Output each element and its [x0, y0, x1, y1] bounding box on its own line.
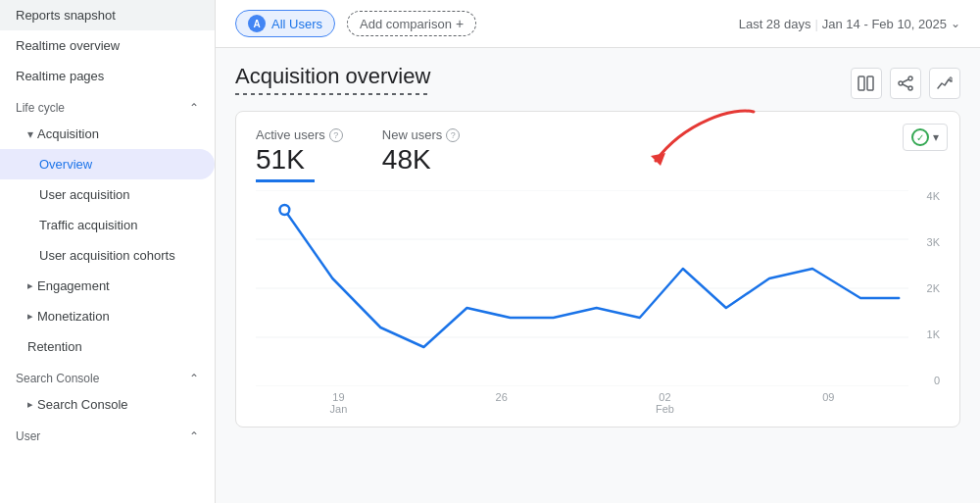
active-users-info-icon[interactable]: ?	[329, 128, 343, 142]
x-label-09: 09	[822, 391, 834, 415]
bullet-icon: ▾	[27, 127, 33, 141]
sidebar-item-realtime-overview[interactable]: Realtime overview	[0, 30, 215, 61]
chevron-up-icon: ⌃	[189, 372, 199, 385]
sidebar-item-traffic-acquisition[interactable]: Traffic acquisition	[0, 210, 215, 240]
toolbar-icons	[851, 68, 960, 99]
x-label-date: 09	[822, 391, 834, 403]
sidebar-item-overview[interactable]: Overview	[0, 149, 215, 179]
y-label-3k: 3K	[912, 236, 940, 248]
columns-icon	[858, 75, 875, 92]
sidebar-item-label: Realtime pages	[16, 69, 104, 83]
x-label-19-jan: 19 Jan	[330, 391, 348, 415]
svg-point-4	[908, 86, 912, 90]
chevron-up-icon: ⌃	[189, 429, 199, 443]
date-range-dates: Jan 14 - Feb 10, 2025	[822, 17, 947, 31]
section-title: Life cycle	[16, 101, 65, 115]
add-comparison-label: Add comparison	[360, 17, 452, 31]
x-label-02-feb: 02 Feb	[656, 391, 674, 415]
sidebar-item-acquisition[interactable]: ▾ Acquisition	[0, 119, 215, 149]
all-users-button[interactable]: A All Users	[235, 10, 335, 37]
sidebar-item-label: Monetization	[37, 309, 110, 324]
y-axis-labels: 4K 3K 2K 1K 0	[912, 190, 940, 386]
check-circle-icon: ✓	[911, 128, 929, 146]
section-title: Search Console	[16, 372, 99, 385]
x-label-month: Jan	[330, 403, 348, 415]
chart-metrics: Active users ? 51K New users ? 48K ✓	[256, 127, 940, 182]
main-content: A All Users Add comparison + Last 28 day…	[216, 0, 980, 503]
active-users-label: Active users	[256, 127, 325, 142]
sidebar-item-engagement[interactable]: ▸ Engagement	[0, 271, 215, 301]
svg-line-5	[903, 79, 908, 82]
svg-rect-0	[858, 76, 864, 90]
active-users-underline	[256, 179, 315, 182]
y-label-2k: 2K	[912, 282, 940, 294]
chevron-up-icon: ⌃	[189, 101, 199, 115]
x-label-date: 02	[659, 391, 670, 403]
sidebar-item-search-console[interactable]: ▸ Search Console	[0, 389, 215, 420]
y-label-0: 0	[912, 375, 940, 386]
all-users-label: All Users	[271, 17, 322, 31]
sidebar-item-retention[interactable]: Retention	[0, 331, 215, 362]
active-users-metric: Active users ? 51K	[256, 127, 343, 182]
x-label-26: 26	[496, 391, 508, 415]
new-users-label: New users	[382, 127, 442, 142]
new-users-label-row: New users ?	[382, 127, 460, 142]
sidebar-item-label: Realtime overview	[16, 38, 120, 53]
svg-point-2	[908, 76, 912, 80]
search-console-section-header[interactable]: Search Console ⌃	[0, 362, 215, 389]
all-users-avatar: A	[248, 15, 266, 32]
dropdown-arrow-icon: ▾	[933, 130, 939, 144]
sidebar-item-label: Reports snapshot	[16, 8, 116, 23]
comparison-toggle-button[interactable]: ✓ ▾	[903, 124, 948, 151]
chart-card: Active users ? 51K New users ? 48K ✓	[235, 111, 960, 428]
svg-point-3	[899, 81, 903, 85]
sidebar-item-monetization[interactable]: ▸ Monetization	[0, 301, 215, 331]
active-users-label-row: Active users ?	[256, 127, 343, 142]
sidebar-item-label: Overview	[39, 157, 92, 172]
sidebar-item-label: Search Console	[37, 397, 128, 412]
date-range-selector[interactable]: Last 28 days | Jan 14 - Feb 10, 2025 ⌄	[739, 17, 960, 31]
sidebar: Reports snapshot Realtime overview Realt…	[0, 0, 216, 503]
lifecycle-section-header[interactable]: Life cycle ⌃	[0, 91, 215, 119]
add-comparison-button[interactable]: Add comparison +	[347, 11, 476, 36]
arrow-right-icon: ▸	[27, 310, 33, 323]
sidebar-item-realtime-pages[interactable]: Realtime pages	[0, 61, 215, 91]
share-icon	[897, 75, 914, 92]
sidebar-item-user-acquisition[interactable]: User acquisition	[0, 179, 215, 210]
sidebar-item-label: Retention	[27, 339, 82, 354]
sidebar-item-label: User acquisition	[39, 187, 130, 202]
section-title: User	[16, 429, 40, 443]
content-header: Acquisition overview	[235, 64, 960, 111]
chart-with-y-axis: 19 Jan 26 02 Feb 09	[256, 190, 940, 415]
arrow-right-icon: ▸	[27, 279, 33, 292]
line-chart	[256, 190, 908, 386]
new-users-info-icon[interactable]: ?	[446, 128, 460, 142]
x-label-month: Feb	[656, 403, 674, 415]
new-users-metric: New users ? 48K	[382, 127, 460, 176]
plus-icon: +	[456, 16, 464, 31]
date-range-label: Last 28 days	[739, 17, 811, 31]
annotation-icon	[936, 75, 954, 92]
topbar: A All Users Add comparison + Last 28 day…	[216, 0, 980, 48]
chevron-down-icon: ⌄	[951, 17, 960, 30]
columns-view-button[interactable]	[851, 68, 882, 99]
active-users-value: 51K	[256, 144, 343, 176]
user-section-header[interactable]: User ⌃	[0, 420, 215, 447]
sidebar-item-label: Acquisition	[37, 126, 99, 141]
y-label-4k: 4K	[912, 190, 940, 202]
new-users-value: 48K	[382, 144, 460, 176]
sidebar-item-label: Traffic acquisition	[39, 218, 137, 232]
title-underline	[235, 93, 431, 95]
content-area: Acquisition overview	[216, 48, 980, 503]
separator: |	[814, 17, 817, 31]
chart-svg-container: 19 Jan 26 02 Feb 09	[256, 190, 908, 415]
x-label-date: 19	[332, 391, 344, 403]
share-button[interactable]	[890, 68, 921, 99]
sidebar-item-label: Engagement	[37, 278, 110, 293]
sidebar-item-reports-snapshot[interactable]: Reports snapshot	[0, 0, 215, 30]
svg-line-6	[903, 84, 908, 87]
insights-button[interactable]	[929, 68, 960, 99]
sidebar-item-label: User acquisition cohorts	[39, 248, 175, 263]
x-label-date: 26	[496, 391, 508, 403]
sidebar-item-user-acquisition-cohorts[interactable]: User acquisition cohorts	[0, 240, 215, 271]
